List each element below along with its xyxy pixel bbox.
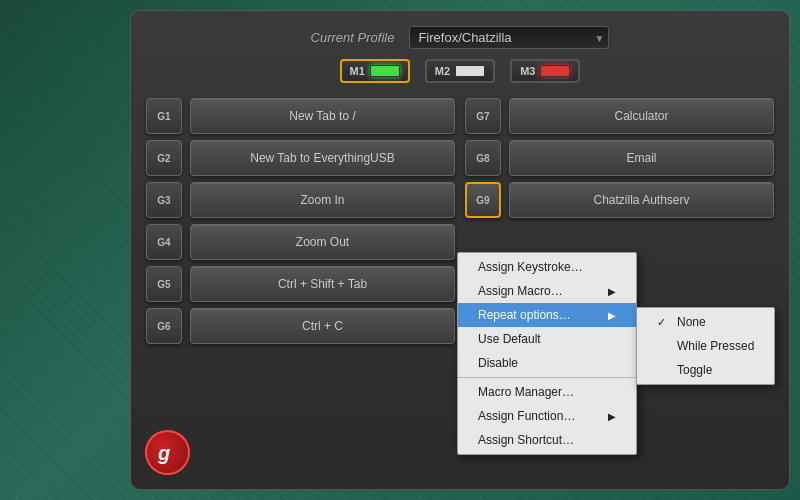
profile-select-wrapper: Firefox/Chatzilla Default Gaming ▼ (409, 26, 609, 49)
key-row-g7: G7 Calculator (465, 98, 774, 134)
macro-g1-button[interactable]: New Tab to / (190, 98, 455, 134)
mode-m1-button[interactable]: M1 (340, 59, 410, 83)
context-item-repeat-options[interactable]: Repeat options… ▶ ✓ None While Pressed T… (458, 303, 636, 327)
mode-m2-button[interactable]: M2 (425, 59, 495, 83)
macro-g7-button[interactable]: Calculator (509, 98, 774, 134)
macro-g2-button[interactable]: New Tab to EverythingUSB (190, 140, 455, 176)
key-row-g4: G4 Zoom Out (146, 224, 455, 260)
key-row-g8: G8 Email (465, 140, 774, 176)
key-row-g2: G2 New Tab to EverythingUSB (146, 140, 455, 176)
g5-key[interactable]: G5 (146, 266, 182, 302)
macro-g4-button[interactable]: Zoom Out (190, 224, 455, 260)
svg-text:g: g (157, 442, 170, 464)
key-row-g1: G1 New Tab to / (146, 98, 455, 134)
submenu-item-while-pressed[interactable]: While Pressed (637, 334, 774, 358)
context-item-macro-manager[interactable]: Macro Manager… (458, 380, 636, 404)
context-item-assign-keystroke[interactable]: Assign Keystroke… (458, 255, 636, 279)
mode-m1-label: M1 (350, 65, 365, 77)
context-item-assign-function[interactable]: Assign Function… ▶ (458, 404, 636, 428)
logo-area: g (145, 430, 195, 480)
left-side: G1 New Tab to / G2 New Tab to Everything… (146, 98, 455, 344)
context-item-use-default[interactable]: Use Default (458, 327, 636, 351)
context-item-disable[interactable]: Disable (458, 351, 636, 375)
mode-m3-label: M3 (520, 65, 535, 77)
g2-key[interactable]: G2 (146, 140, 182, 176)
context-item-assign-macro[interactable]: Assign Macro… ▶ (458, 279, 636, 303)
macro-g5-button[interactable]: Ctrl + Shift + Tab (190, 266, 455, 302)
g6-key[interactable]: G6 (146, 308, 182, 344)
profile-select[interactable]: Firefox/Chatzilla Default Gaming (409, 26, 609, 49)
context-divider (458, 377, 636, 378)
submenu-item-none[interactable]: ✓ None (637, 310, 774, 334)
submenu-repeat-options: ✓ None While Pressed Toggle (636, 307, 775, 385)
g7-key[interactable]: G7 (465, 98, 501, 134)
g1-key[interactable]: G1 (146, 98, 182, 134)
key-row-g9: G9 Chatzilla Authserv (465, 182, 774, 218)
context-menu: Assign Keystroke… Assign Macro… ▶ Repeat… (457, 252, 637, 455)
key-row-g6: G6 Ctrl + C (146, 308, 455, 344)
header-row: Current Profile Firefox/Chatzilla Defaul… (146, 26, 774, 49)
key-row-g3: G3 Zoom In (146, 182, 455, 218)
logo-icon: g (145, 430, 190, 475)
g3-key[interactable]: G3 (146, 182, 182, 218)
g4-key[interactable]: G4 (146, 224, 182, 260)
macro-g6-button[interactable]: Ctrl + C (190, 308, 455, 344)
g9-key[interactable]: G9 (465, 182, 501, 218)
mode-row: M1 M2 M3 (146, 59, 774, 83)
submenu-item-toggle[interactable]: Toggle (637, 358, 774, 382)
mode-m1-indicator (370, 65, 400, 77)
key-row-g5: G5 Ctrl + Shift + Tab (146, 266, 455, 302)
current-profile-label: Current Profile (311, 30, 395, 45)
g8-key[interactable]: G8 (465, 140, 501, 176)
mode-m3-button[interactable]: M3 (510, 59, 580, 83)
macro-g8-button[interactable]: Email (509, 140, 774, 176)
mode-m2-label: M2 (435, 65, 450, 77)
arrow-icon: ▶ (608, 310, 616, 321)
check-icon: ✓ (657, 316, 669, 329)
macro-g9-button[interactable]: Chatzilla Authserv (509, 182, 774, 218)
mode-m2-indicator (455, 65, 485, 77)
arrow-icon: ▶ (608, 286, 616, 297)
macro-g3-button[interactable]: Zoom In (190, 182, 455, 218)
context-item-assign-shortcut[interactable]: Assign Shortcut… (458, 428, 636, 452)
mode-m3-indicator (540, 65, 570, 77)
arrow-icon: ▶ (608, 411, 616, 422)
